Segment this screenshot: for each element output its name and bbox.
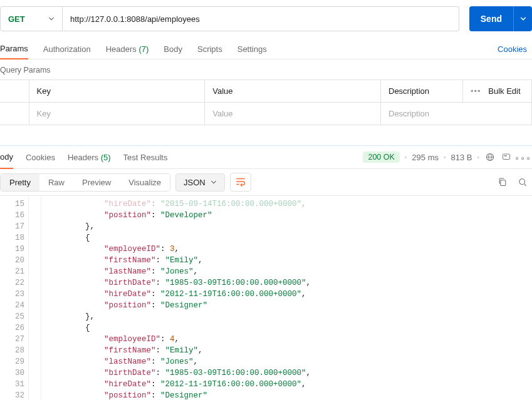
format-label: JSON [184, 178, 206, 187]
tab-headers-label: Headers [106, 44, 137, 54]
tab-settings[interactable]: Settings [237, 39, 267, 59]
key-input[interactable] [37, 109, 197, 118]
code-content[interactable]: "hireDate": "2015-09-14T16:00:00.000+000… [41, 196, 532, 400]
response-body-code[interactable]: 1516171819202122232425262728293031323334… [0, 195, 532, 400]
more-options-icon[interactable]: ∘∘∘ [517, 151, 528, 163]
separator-dot: • [405, 154, 407, 161]
svg-rect-3 [501, 180, 506, 186]
query-param-row [0, 103, 532, 125]
tab-headers-count: (7) [138, 44, 149, 54]
visualize-button[interactable]: Visualize [120, 174, 170, 191]
save-response-icon[interactable] [501, 151, 512, 163]
http-method-label: GET [8, 14, 25, 24]
response-size: 813 B [451, 153, 472, 162]
more-dots-icon[interactable]: ••• [471, 86, 481, 96]
format-select[interactable]: JSON [175, 173, 225, 192]
tab-headers[interactable]: Headers (7) [106, 39, 149, 59]
send-dropdown-button[interactable] [513, 6, 532, 31]
raw-button[interactable]: Raw [39, 174, 73, 191]
chevron-down-icon [211, 178, 217, 187]
response-tab-cookies[interactable]: Cookies [26, 146, 55, 168]
bulk-edit-header[interactable]: ••• Bulk Edit [463, 80, 532, 103]
key-header: Key [29, 80, 205, 103]
http-method-select[interactable]: GET [0, 6, 63, 31]
status-badge: 200 OK [363, 151, 399, 163]
response-tab-test-results[interactable]: Test Results [123, 146, 168, 168]
globe-icon[interactable] [484, 151, 496, 163]
response-time: 295 ms [412, 153, 439, 162]
wrap-icon [235, 176, 246, 189]
tab-params[interactable]: Params [0, 39, 28, 59]
tab-authorization[interactable]: Authorization [43, 39, 91, 59]
svg-point-4 [519, 179, 525, 185]
tab-body[interactable]: Body [164, 39, 182, 59]
pretty-button[interactable]: Pretty [1, 174, 39, 191]
line-number-gutter: 1516171819202122232425262728293031323334 [0, 196, 29, 400]
description-header: Description [381, 80, 463, 103]
cookies-link[interactable]: Cookies [493, 39, 532, 59]
copy-icon[interactable] [497, 177, 508, 188]
query-params-title: Query Params [0, 59, 532, 79]
view-mode-segment: Pretty Raw Preview Visualize [0, 173, 170, 192]
response-headers-count: (5) [101, 153, 111, 162]
chevron-down-icon [520, 14, 526, 24]
fold-gutter [29, 196, 41, 400]
wrap-lines-button[interactable] [230, 173, 251, 192]
response-tab-headers[interactable]: Headers (5) [68, 146, 111, 168]
svg-rect-2 [504, 155, 507, 156]
separator-dot: • [477, 154, 479, 161]
value-header: Value [205, 80, 381, 103]
tab-scripts[interactable]: Scripts [197, 39, 222, 59]
svg-rect-1 [503, 154, 509, 159]
response-headers-label: Headers [68, 153, 98, 162]
chevron-down-icon [48, 14, 55, 24]
value-input[interactable] [212, 109, 373, 118]
url-input[interactable] [63, 6, 459, 31]
response-tab-body[interactable]: ody [0, 146, 13, 169]
description-input[interactable] [389, 109, 524, 118]
send-button[interactable]: Send [469, 6, 513, 31]
preview-button[interactable]: Preview [73, 174, 120, 191]
query-params-table: Key Value Description ••• Bulk Edit [0, 79, 532, 125]
separator-dot: • [444, 154, 446, 161]
checkbox-header [0, 80, 29, 103]
search-icon[interactable] [517, 177, 528, 188]
